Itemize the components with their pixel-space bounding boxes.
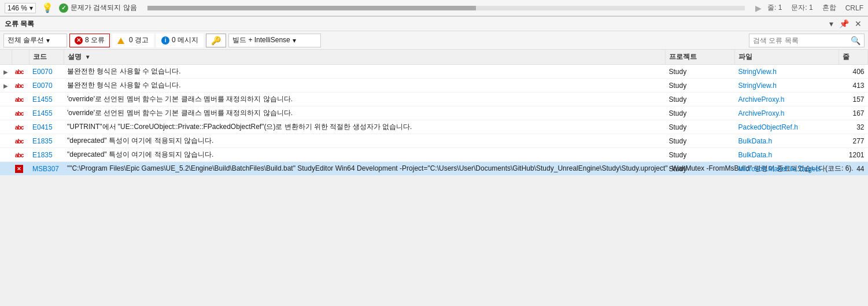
col-code-header[interactable]: 코드 — [29, 50, 64, 65]
project-cell: Study — [666, 134, 735, 148]
code-cell[interactable]: E1455 — [29, 106, 64, 120]
info-count: 0 메시지 — [172, 35, 198, 45]
col-icon — [12, 50, 29, 65]
zoom-selector[interactable]: 146 % ▾ — [5, 3, 36, 13]
info-badge[interactable]: i 0 메시지 — [156, 34, 204, 47]
code-link[interactable]: E1835 — [32, 151, 53, 159]
table-row[interactable]: ▶abcE0070불완전한 형식은 사용할 수 없습니다.StudyString… — [0, 65, 868, 79]
code-link[interactable]: MSB307 — [32, 165, 59, 173]
filter-label: 전체 솔루션 — [8, 35, 44, 45]
desc-cell: 불완전한 형식은 사용할 수 없습니다. — [64, 79, 666, 93]
row-error-icon: abc — [15, 124, 23, 131]
table-row[interactable]: ✕MSB307""C:\Program Files\Epic Games\UE_… — [0, 162, 868, 176]
error-count: 8 오류 — [85, 35, 105, 45]
icon-cell: abc — [12, 148, 29, 162]
code-cell[interactable]: MSB307 — [29, 162, 64, 176]
desc-cell: ""C:\Program Files\Epic Games\UE_5.2\Eng… — [64, 162, 666, 176]
zoom-dropdown-icon[interactable]: ▾ — [29, 4, 33, 12]
file-cell[interactable]: BulkData.h — [735, 134, 839, 148]
icon-cell: abc — [12, 134, 29, 148]
row-error-icon: abc — [15, 138, 23, 145]
warn-badge[interactable]: 0 경고 — [112, 34, 154, 47]
col-desc-header[interactable]: 설명 ▼ — [64, 50, 666, 65]
expand-button[interactable]: ▶ — [3, 83, 8, 89]
project-cell: Study — [666, 65, 735, 79]
code-link[interactable]: E0070 — [32, 68, 53, 76]
row-error-icon: abc — [15, 97, 23, 103]
file-cell[interactable]: ArchiveProxy.h — [735, 93, 839, 106]
file-cell[interactable]: ArchiveProxy.h — [735, 106, 839, 120]
line-cell: 406 — [839, 65, 868, 79]
file-cell[interactable]: BulkData.h — [735, 148, 839, 162]
code-link[interactable]: E0070 — [32, 82, 53, 90]
table-row[interactable]: abcE1835"deprecated" 특성이 여기에 적용되지 않습니다.S… — [0, 134, 868, 148]
project-cell: Study — [666, 106, 735, 120]
code-cell[interactable]: E0415 — [29, 120, 64, 134]
project-cell: Study — [666, 120, 735, 134]
build-label: 빌드 + IntelliSense — [232, 35, 290, 45]
file-cell[interactable]: StringView.h — [735, 79, 839, 93]
col-file-header[interactable]: 파일 — [735, 50, 839, 65]
mix-info: 혼합 — [822, 3, 836, 13]
expand-cell — [0, 148, 12, 162]
scroll-bar[interactable] — [147, 6, 745, 10]
file-link[interactable]: StringView.h — [738, 68, 777, 76]
scroll-right-arrow[interactable]: ▶ — [755, 3, 762, 13]
panel-titlebar: 오류 목록 ▾ 📌 ✕ — [0, 16, 868, 31]
expand-cell — [0, 134, 12, 148]
desc-cell: "deprecated" 특성이 여기에 적용되지 않습니다. — [64, 134, 666, 148]
error-panel: 오류 목록 ▾ 📌 ✕ 전체 솔루션 ▾ ✕ 8 오류 0 경고 i 0 메시지… — [0, 16, 868, 306]
table-row[interactable]: abcE1455'override'로 선언된 멤버 함수는 기본 클래스 멤버… — [0, 93, 868, 106]
col-project-header[interactable]: 프로젝트 — [666, 50, 735, 65]
file-link[interactable]: Microsoft.MakeFile.Targets — [738, 165, 821, 173]
code-cell[interactable]: E0070 — [29, 65, 64, 79]
panel-close-btn[interactable]: ✕ — [853, 20, 863, 28]
char-info: 문자: 1 — [791, 3, 812, 13]
code-link[interactable]: E1455 — [32, 109, 53, 117]
row-error-icon: abc — [15, 83, 23, 89]
file-cell[interactable]: PackedObjectRef.h — [735, 120, 839, 134]
expand-button[interactable]: ▶ — [3, 69, 8, 75]
error-badge[interactable]: ✕ 8 오류 — [69, 34, 110, 47]
filter-select[interactable]: 전체 솔루션 ▾ — [3, 34, 67, 47]
code-cell[interactable]: E1455 — [29, 93, 64, 106]
code-cell[interactable]: E0070 — [29, 79, 64, 93]
expand-cell — [0, 120, 12, 134]
table-row[interactable]: abcE1835"deprecated" 특성이 여기에 적용되지 않습니다.S… — [0, 148, 868, 162]
icon-cell: abc — [12, 106, 29, 120]
sort-arrow: ▼ — [85, 54, 91, 60]
file-link[interactable]: ArchiveProxy.h — [738, 109, 785, 117]
file-cell[interactable]: StringView.h — [735, 65, 839, 79]
file-link[interactable]: PackedObjectRef.h — [738, 123, 798, 131]
panel-controls[interactable]: ▾ 📌 ✕ — [828, 20, 863, 28]
panel-pin-btn[interactable]: 📌 — [837, 20, 851, 28]
error-table: 코드 설명 ▼ 프로젝트 파일 줄 — [0, 50, 868, 176]
file-link[interactable]: BulkData.h — [738, 151, 773, 159]
line-cell: 32 — [839, 120, 868, 134]
file-link[interactable]: StringView.h — [738, 82, 777, 90]
table-row[interactable]: abcE0415"UPTRINT"에서 "UE::CoreUObject::Pr… — [0, 120, 868, 134]
expand-cell — [0, 106, 12, 120]
search-box[interactable]: 🔍 — [749, 34, 865, 47]
line-cell: 157 — [839, 93, 868, 106]
filter-toggle-btn[interactable]: 🔑 — [206, 34, 226, 47]
error-table-container[interactable]: 코드 설명 ▼ 프로젝트 파일 줄 — [0, 50, 868, 306]
row-error-icon: ✕ — [15, 165, 23, 173]
file-link[interactable]: ArchiveProxy.h — [738, 95, 785, 104]
code-link[interactable]: E1455 — [32, 95, 53, 104]
col-line-header[interactable]: 줄 — [839, 50, 868, 65]
search-input[interactable] — [753, 36, 851, 45]
code-link[interactable]: E0415 — [32, 123, 53, 131]
panel-dropdown-btn[interactable]: ▾ — [828, 20, 835, 28]
toolbar: 전체 솔루션 ▾ ✕ 8 오류 0 경고 i 0 메시지 🔑 빌드 + Inte… — [0, 31, 868, 50]
code-cell[interactable]: E1835 — [29, 134, 64, 148]
file-link[interactable]: BulkData.h — [738, 137, 773, 145]
code-cell[interactable]: E1835 — [29, 148, 64, 162]
zoom-value: 146 % — [8, 4, 27, 12]
build-select[interactable]: 빌드 + IntelliSense ▾ — [228, 34, 321, 47]
code-link[interactable]: E1835 — [32, 137, 53, 145]
line-info: 줄: 1 — [767, 3, 782, 13]
table-row[interactable]: abcE1455'override'로 선언된 멤버 함수는 기본 클래스 멤버… — [0, 106, 868, 120]
desc-cell: 'override'로 선언된 멤버 함수는 기본 클래스 멤버를 재정의하지 … — [64, 93, 666, 106]
table-row[interactable]: ▶abcE0070불완전한 형식은 사용할 수 없습니다.StudyString… — [0, 79, 868, 93]
